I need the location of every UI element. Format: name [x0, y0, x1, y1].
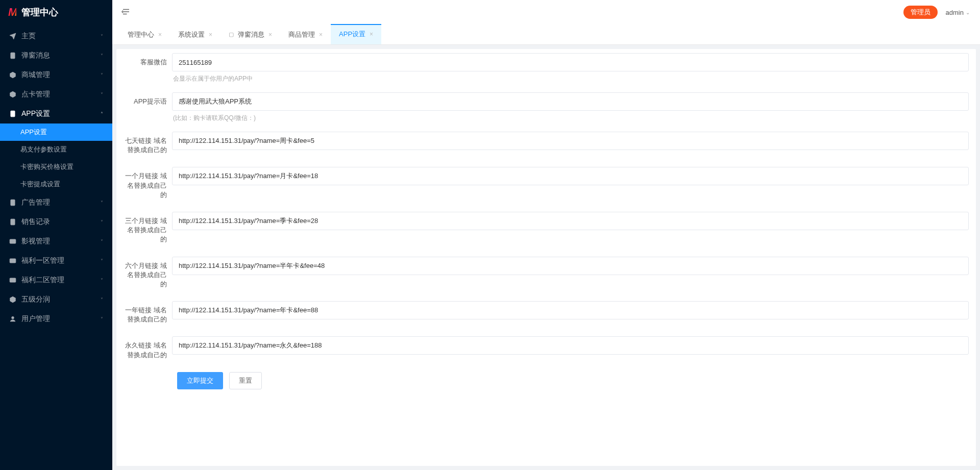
chevron-down-icon: ˅	[101, 53, 103, 59]
play-icon	[9, 257, 16, 264]
tab[interactable]: 管理中心×	[119, 24, 170, 44]
sidebar-item[interactable]: 五级分润˅	[0, 290, 112, 309]
chevron-down-icon: ˅	[101, 200, 103, 206]
sidebar-item[interactable]: 销售记录˅	[0, 212, 112, 232]
tab-label: APP设置	[339, 30, 365, 39]
sidebar-item[interactable]: 影视管理˅	[0, 232, 112, 251]
play-icon	[9, 238, 16, 245]
content-area[interactable]: 客服微信会显示在属于你用户的APP中APP提示语(比如：购卡请联系QQ/微信：)…	[112, 45, 980, 470]
tab-label: 弹窗消息	[238, 30, 264, 39]
topbar: 管理员 admin ⌄	[112, 0, 980, 24]
form-input[interactable]	[172, 257, 969, 275]
close-icon[interactable]: ×	[319, 31, 323, 38]
sidebar-item-label: 主页	[21, 32, 101, 41]
app-title: 管理中心	[21, 6, 58, 18]
sidebar-subitem[interactable]: 卡密购买价格设置	[0, 158, 112, 176]
sidebar-item-label: 广告管理	[21, 198, 101, 207]
form-label: 七天链接 域名替换成自己的	[124, 132, 172, 155]
cube-icon	[9, 296, 16, 303]
cube-icon	[9, 91, 16, 98]
sidebar-subitem[interactable]: 易支付参数设置	[0, 141, 112, 158]
reset-button[interactable]: 重置	[229, 372, 262, 389]
hamburger-toggle-icon[interactable]	[121, 7, 132, 17]
sidebar-item[interactable]: 主页˅	[0, 27, 112, 46]
tab-label: 系统设置	[178, 30, 205, 39]
chevron-down-icon: ˅	[101, 34, 103, 39]
tablet-icon	[9, 199, 16, 206]
sidebar-item[interactable]: APP设置˄	[0, 104, 112, 123]
close-icon[interactable]: ×	[209, 31, 212, 38]
logo-mark: M	[8, 6, 16, 19]
form-label: 客服微信	[124, 53, 172, 90]
sidebar-item[interactable]: 点卡管理˅	[0, 85, 112, 104]
chevron-down-icon: ⌄	[966, 10, 970, 15]
form-input[interactable]	[172, 301, 969, 319]
chevron-down-icon: ˅	[101, 219, 103, 225]
close-icon[interactable]: ×	[158, 31, 162, 38]
form-label: APP提示语	[124, 92, 172, 130]
sidebar-item[interactable]: 商城管理˅	[0, 65, 112, 85]
sidebar-item[interactable]: 弹窗消息˅	[0, 46, 112, 65]
tab-label: 管理中心	[128, 30, 154, 39]
sidebar-item-label: 商城管理	[21, 70, 101, 80]
sidebar-item-label: APP设置	[21, 109, 101, 118]
form-card: 客服微信会显示在属于你用户的APP中APP提示语(比如：购卡请联系QQ/微信：)…	[116, 49, 976, 466]
sidebar-item[interactable]: 广告管理˅	[0, 193, 112, 212]
tab-bar: 管理中心×系统设置×▢弹窗消息×商品管理×APP设置×	[112, 24, 980, 45]
svg-point-14	[12, 316, 14, 319]
cube-icon	[9, 71, 16, 79]
form-label: 一年链接 域名替换成自己的	[124, 301, 172, 324]
tab[interactable]: ▢弹窗消息×	[220, 24, 280, 44]
chevron-up-icon: ˄	[101, 111, 103, 117]
chevron-down-icon: ˅	[101, 316, 103, 322]
tab-icon: ▢	[229, 31, 234, 38]
user-menu[interactable]: admin ⌄	[946, 9, 970, 16]
sidebar: M 管理中心 主页˅弹窗消息˅商城管理˅点卡管理˅APP设置˄APP设置易支付参…	[0, 0, 112, 470]
form-input[interactable]	[172, 132, 969, 150]
play-icon	[9, 277, 16, 284]
tab[interactable]: APP设置×	[331, 24, 381, 44]
chevron-down-icon: ˅	[101, 72, 103, 78]
sidebar-subitem[interactable]: 卡密提成设置	[0, 176, 112, 193]
form-hint: 会显示在属于你用户的APP中	[172, 71, 969, 90]
send-icon	[9, 33, 16, 40]
sidebar-item-label: 福利二区管理	[21, 276, 101, 285]
sidebar-item-label: 五级分润	[21, 295, 101, 304]
sidebar-item[interactable]: 福利二区管理˅	[0, 270, 112, 290]
chevron-down-icon: ˅	[101, 297, 103, 303]
form-actions: 立即提交 重置	[124, 372, 969, 389]
tab-label: 商品管理	[288, 30, 315, 39]
tablet-icon	[9, 110, 16, 117]
form-input[interactable]	[172, 336, 969, 355]
svg-rect-6	[11, 219, 15, 225]
close-icon[interactable]: ×	[268, 31, 272, 38]
chevron-down-icon: ˅	[101, 239, 103, 244]
tablet-icon	[9, 52, 16, 59]
tab[interactable]: 商品管理×	[280, 24, 331, 44]
username: admin	[946, 9, 964, 16]
tablet-icon	[9, 218, 16, 226]
sidebar-menu: 主页˅弹窗消息˅商城管理˅点卡管理˅APP设置˄APP设置易支付参数设置卡密购买…	[0, 24, 112, 329]
sidebar-item-label: 福利一区管理	[21, 256, 101, 265]
form-input[interactable]	[172, 212, 969, 230]
chevron-down-icon: ˅	[101, 258, 103, 264]
role-badge[interactable]: 管理员	[903, 6, 938, 19]
chevron-down-icon: ˅	[101, 278, 103, 283]
sidebar-item-label: 销售记录	[21, 217, 101, 227]
sidebar-item-label: 用户管理	[21, 314, 101, 324]
sidebar-item[interactable]: 福利一区管理˅	[0, 251, 112, 270]
svg-rect-0	[11, 53, 15, 59]
form-label: 永久链接 域名替换成自己的	[124, 336, 172, 359]
svg-rect-2	[11, 111, 15, 117]
sidebar-item[interactable]: 用户管理˅	[0, 309, 112, 329]
tab[interactable]: 系统设置×	[170, 24, 220, 44]
chevron-down-icon: ˅	[101, 92, 103, 97]
sidebar-subitem[interactable]: APP设置	[0, 123, 112, 141]
close-icon[interactable]: ×	[370, 31, 373, 38]
form-input[interactable]	[172, 53, 969, 71]
submit-button[interactable]: 立即提交	[177, 372, 223, 389]
form-input[interactable]	[172, 167, 969, 185]
form-input[interactable]	[172, 92, 969, 111]
svg-rect-4	[11, 200, 15, 206]
logo: M 管理中心	[0, 0, 112, 24]
